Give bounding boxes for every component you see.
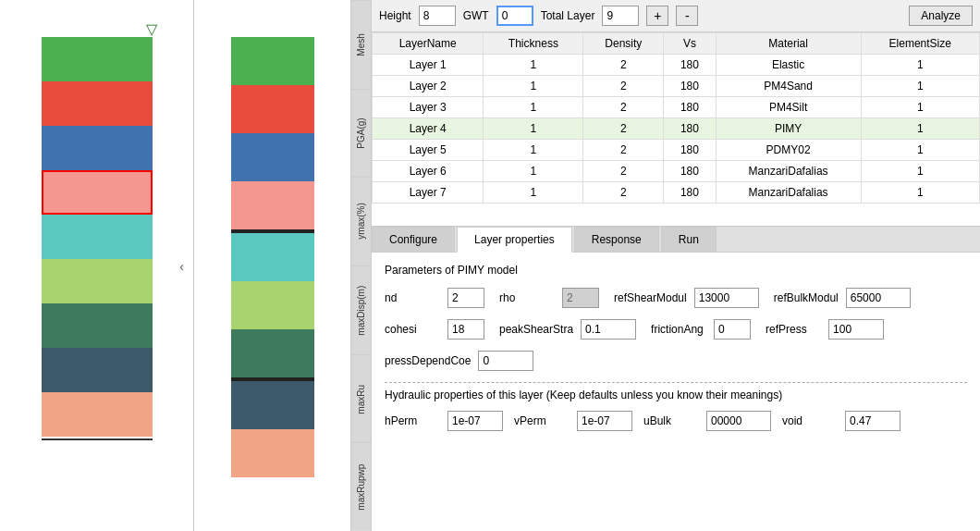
- tab-run[interactable]: Run: [661, 227, 717, 252]
- col-header-elementsize: ElementSize: [861, 33, 980, 55]
- rho-input[interactable]: [562, 288, 599, 308]
- cell-thickness-2: 1: [484, 97, 583, 118]
- remove-layer-button[interactable]: -: [676, 6, 698, 26]
- cell-thickness-1: 1: [484, 76, 583, 97]
- vert-label-mesh[interactable]: Mesh: [351, 0, 371, 89]
- cell-vs-2: 180: [664, 97, 716, 118]
- cell-density-0: 2: [583, 55, 664, 76]
- nd-label: nd: [385, 291, 440, 304]
- gwt-input[interactable]: [496, 6, 533, 26]
- mid-layer-6[interactable]: [231, 329, 314, 377]
- press-depend-input[interactable]: [478, 351, 533, 371]
- cell-name-3: Layer 4: [373, 118, 484, 140]
- cell-density-3: 2: [583, 118, 664, 140]
- layer-block-8[interactable]: [42, 392, 153, 437]
- side-arrow: ‹: [179, 259, 184, 274]
- vperm-input[interactable]: [577, 411, 632, 431]
- table-row[interactable]: Layer 112180Elastic1: [373, 55, 980, 76]
- middle-layer-stack: [231, 37, 314, 477]
- cell-vs-1: 180: [664, 76, 716, 97]
- cell-element_size-1: 1: [861, 76, 980, 97]
- cell-name-5: Layer 6: [373, 161, 484, 182]
- ref-press-input[interactable]: [828, 319, 884, 340]
- height-input[interactable]: [419, 6, 456, 26]
- vert-label-maxrupwp[interactable]: maxRupwp: [351, 442, 371, 531]
- cell-material-2: PM4Silt: [716, 97, 861, 118]
- layer-table: LayerName Thickness Density Vs Material …: [372, 32, 980, 204]
- cell-material-6: ManzariDafalias: [716, 182, 861, 204]
- layer-block-4[interactable]: [42, 215, 153, 259]
- cell-material-0: Elastic: [716, 55, 861, 76]
- pimy-model-title: Parameters of PIMY model: [385, 264, 967, 277]
- ubulk-label: uBulk: [643, 414, 699, 427]
- table-row[interactable]: Layer 512180PDMY021: [373, 140, 980, 161]
- cell-name-6: Layer 7: [373, 182, 484, 204]
- mid-layer-8[interactable]: [231, 429, 314, 477]
- right-panel: Mesh PGA(g) ymax(%) maxDisp(m) maxRu max…: [351, 0, 980, 531]
- cell-material-1: PM4Sand: [716, 76, 861, 97]
- vert-label-maxru[interactable]: maxRu: [351, 354, 371, 443]
- hperm-input[interactable]: [447, 411, 503, 431]
- tab-layer-properties[interactable]: Layer properties: [457, 227, 572, 253]
- layer-block-5[interactable]: [42, 259, 153, 303]
- peak-shear-input[interactable]: [581, 319, 636, 340]
- cell-thickness-3: 1: [484, 118, 583, 140]
- ref-bulk-label: refBulkModul: [774, 291, 839, 304]
- mid-layer-3[interactable]: [231, 181, 314, 229]
- total-layer-input[interactable]: [602, 6, 639, 26]
- vert-label-ymax[interactable]: ymax(%): [351, 177, 371, 266]
- tab-content-layer-properties: Parameters of PIMY model nd rho refShear…: [372, 253, 980, 531]
- cell-thickness-6: 1: [484, 182, 583, 204]
- table-row[interactable]: Layer 412180PIMY1: [373, 118, 980, 140]
- mid-layer-4[interactable]: [231, 233, 314, 281]
- vert-label-maxdisp[interactable]: maxDisp(m): [351, 266, 371, 354]
- hydraulic-title: Hydraulic properties of this layer (Keep…: [385, 389, 967, 401]
- col-header-vs: Vs: [664, 33, 716, 55]
- cell-element_size-5: 1: [861, 161, 980, 182]
- left-layer-stack: ▽: [42, 37, 153, 440]
- cohesi-input[interactable]: [447, 319, 484, 340]
- mid-layer-2[interactable]: [231, 133, 314, 181]
- mid-layer-7[interactable]: [231, 381, 314, 429]
- friction-input[interactable]: [714, 319, 751, 340]
- cell-density-5: 2: [583, 161, 664, 182]
- cell-element_size-4: 1: [861, 140, 980, 161]
- table-row[interactable]: Layer 312180PM4Silt1: [373, 97, 980, 118]
- layer-block-0[interactable]: [42, 37, 153, 81]
- table-row[interactable]: Layer 612180ManzariDafalias1: [373, 161, 980, 182]
- vert-label-pga[interactable]: PGA(g): [351, 89, 371, 178]
- layer-block-6[interactable]: [42, 303, 153, 348]
- hyd-param-row: hPerm vPerm uBulk void: [385, 411, 967, 431]
- peak-shear-label: peakShearStra: [499, 323, 573, 336]
- cell-density-4: 2: [583, 140, 664, 161]
- table-row[interactable]: Layer 712180ManzariDafalias1: [373, 182, 980, 204]
- cell-thickness-5: 1: [484, 161, 583, 182]
- gwt-label: GWT: [463, 9, 489, 22]
- void-input[interactable]: [845, 411, 900, 431]
- tab-configure[interactable]: Configure: [372, 227, 455, 252]
- middle-visualization-panel: [194, 0, 351, 531]
- layer-table-area: LayerName Thickness Density Vs Material …: [372, 32, 980, 227]
- ref-bulk-input[interactable]: [846, 288, 911, 308]
- layer-block-3[interactable]: [42, 170, 153, 215]
- bottom-line: [42, 438, 153, 440]
- layer-block-7[interactable]: [42, 348, 153, 392]
- ref-shear-input[interactable]: [694, 288, 759, 308]
- layer-block-2[interactable]: [42, 126, 153, 170]
- table-row[interactable]: Layer 212180PM4Sand1: [373, 76, 980, 97]
- nd-input[interactable]: [447, 288, 484, 308]
- cell-name-1: Layer 2: [373, 76, 484, 97]
- cell-thickness-0: 1: [484, 55, 583, 76]
- layer-block-1[interactable]: [42, 81, 153, 126]
- mid-layer-5[interactable]: [231, 281, 314, 329]
- cell-density-1: 2: [583, 76, 664, 97]
- add-layer-button[interactable]: +: [646, 6, 668, 26]
- left-visualization-panel: ▽ ‹: [0, 0, 194, 531]
- rho-label: rho: [499, 291, 555, 304]
- cell-element_size-2: 1: [861, 97, 980, 118]
- analyze-button[interactable]: Analyze: [909, 6, 973, 26]
- mid-layer-1[interactable]: [231, 85, 314, 133]
- tab-response[interactable]: Response: [574, 227, 659, 252]
- mid-layer-0[interactable]: [231, 37, 314, 85]
- ubulk-input[interactable]: [706, 411, 771, 431]
